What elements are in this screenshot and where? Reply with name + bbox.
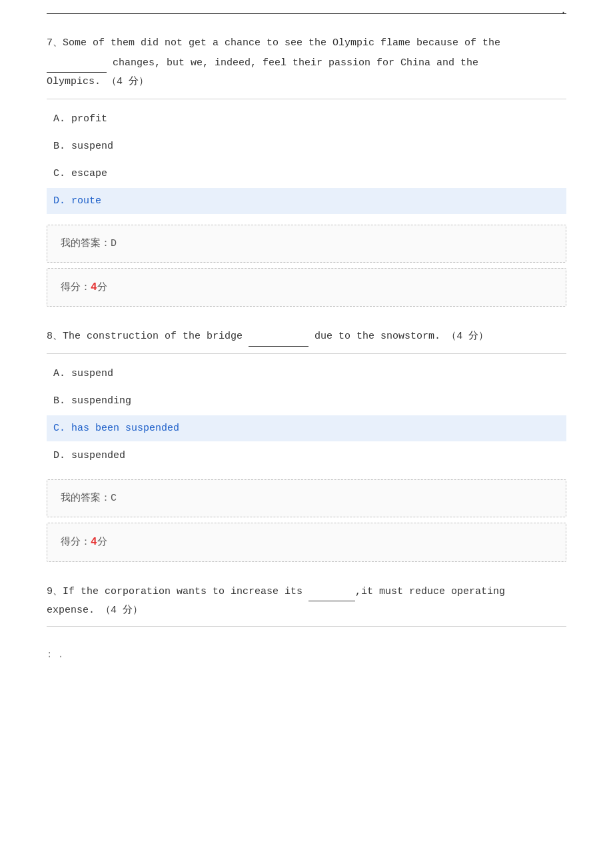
q7-points: （4 分） — [107, 76, 149, 87]
q8-option-d-text: suspended — [71, 450, 125, 461]
q8-option-d[interactable]: D. suspended — [47, 443, 566, 469]
q8-option-c-label: C. — [53, 423, 71, 434]
q9-text-part1: If the corporation wants to increase its — [63, 586, 308, 597]
question-8-block: 8、The construction of the bridge due to … — [47, 327, 566, 469]
q7-options: A. profit B. suspend C. escape D. route — [47, 106, 566, 214]
q9-blank — [308, 582, 355, 602]
q7-option-a-label: A. — [53, 113, 71, 125]
q8-option-b-label: B. — [53, 395, 71, 407]
q7-option-d-label: D. — [53, 195, 71, 207]
q8-option-d-label: D. — [53, 450, 71, 461]
q9-text-part3: expense. — [47, 605, 95, 616]
q9-section-divider — [47, 626, 566, 627]
q7-my-answer-value: D — [111, 238, 117, 249]
q7-option-d-text: route — [71, 195, 101, 207]
q8-blank — [249, 327, 308, 347]
top-separator-line — [47, 13, 566, 14]
q8-score-unit: 分 — [97, 537, 107, 548]
q8-score-box: 得分：4分 — [47, 523, 566, 562]
q8-option-a-text: suspend — [71, 368, 113, 379]
q8-my-answer-label: 我的答案： — [61, 493, 111, 504]
q8-divider — [47, 353, 566, 354]
bottom-note: : . — [47, 647, 566, 663]
q7-option-b-text: suspend — [71, 141, 113, 152]
q7-option-a-text: profit — [71, 113, 107, 125]
question-7-text: 7、Some of them did not get a chance to s… — [47, 34, 566, 92]
q7-score-unit: 分 — [97, 282, 107, 293]
q8-score-label: 得分： — [61, 537, 91, 548]
question-8-text: 8、The construction of the bridge due to … — [47, 327, 566, 347]
q8-options: A. suspend B. suspending C. has been sus… — [47, 361, 566, 469]
q8-number: 8 — [47, 331, 53, 342]
q7-my-answer-label: 我的答案： — [61, 238, 111, 249]
q7-option-c-text: escape — [71, 168, 107, 179]
question-7-block: 7、Some of them did not get a chance to s… — [47, 34, 566, 214]
question-9-block: 9、If the corporation wants to increase i… — [47, 582, 566, 627]
q7-option-a[interactable]: A. profit — [47, 106, 566, 132]
q7-number: 7 — [47, 37, 53, 49]
q7-score-box: 得分：4分 — [47, 268, 566, 307]
q9-points: （4 分） — [101, 605, 143, 616]
q8-score-value: 4 — [91, 536, 97, 548]
question-9-text: 9、If the corporation wants to increase i… — [47, 582, 566, 621]
q8-option-c[interactable]: C. has been suspended — [47, 415, 566, 441]
q8-option-b[interactable]: B. suspending — [47, 388, 566, 414]
q7-divider — [47, 99, 566, 99]
q7-option-d[interactable]: D. route — [47, 188, 566, 214]
q7-answer-box: 我的答案：D — [47, 225, 566, 263]
q7-blank — [47, 53, 107, 73]
q8-option-a-label: A. — [53, 368, 71, 379]
q7-score-value: 4 — [91, 281, 97, 293]
page: 7、Some of them did not get a chance to s… — [0, 0, 613, 868]
q7-score-label: 得分： — [61, 282, 91, 293]
q7-text-part1: Some of them did not get a chance to see… — [63, 37, 500, 49]
q7-text-part2: changes, but we, indeed, feel their pass… — [107, 57, 478, 69]
q8-text-part1: The construction of the bridge — [63, 331, 249, 342]
q8-option-a[interactable]: A. suspend — [47, 361, 566, 387]
q8-my-answer-value: C — [111, 493, 117, 504]
q9-number: 9 — [47, 586, 53, 597]
q7-option-c-label: C. — [53, 168, 71, 179]
q7-text-part3: Olympics. — [47, 76, 101, 87]
q8-text-part2: due to the snowstorm. — [308, 331, 440, 342]
q7-option-b[interactable]: B. suspend — [47, 133, 566, 159]
q7-option-b-label: B. — [53, 141, 71, 152]
q9-text-part2: ,it must reduce operating — [355, 586, 505, 597]
q7-option-c[interactable]: C. escape — [47, 161, 566, 187]
q8-option-b-text: suspending — [71, 395, 131, 407]
q8-option-c-text: has been suspended — [71, 423, 179, 434]
bottom-note-text: : . — [47, 649, 63, 660]
q8-points: （4 分） — [446, 331, 488, 342]
q8-answer-box: 我的答案：C — [47, 479, 566, 517]
